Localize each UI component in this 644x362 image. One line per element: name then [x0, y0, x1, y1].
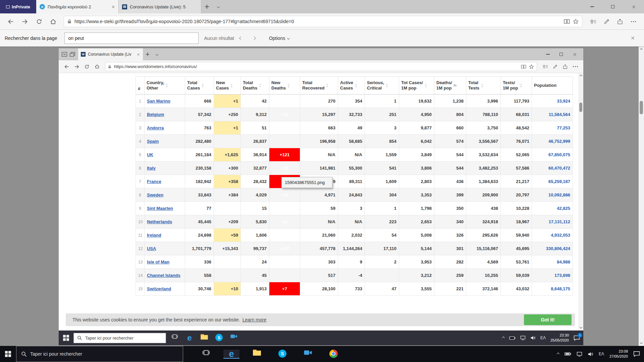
cell: +15,343 — [214, 242, 241, 255]
action-center-button[interactable] — [633, 351, 640, 357]
column-header-total-recovered[interactable]: TotalRecovered — [300, 77, 338, 95]
country-link[interactable]: Netherlands — [147, 219, 172, 224]
home-button[interactable] — [47, 15, 59, 27]
scroll-up-button[interactable] — [640, 47, 642, 52]
share-button[interactable] — [614, 15, 626, 27]
scroll-down-button[interactable] — [580, 324, 582, 330]
volume-icon — [530, 336, 536, 340]
url-text[interactable]: https://www.e-steki.gr/threads/Πανδημία-… — [74, 19, 561, 24]
country-link[interactable]: Ireland — [147, 233, 161, 238]
file-explorer-button[interactable] — [249, 350, 265, 356]
cell: N/A — [338, 148, 365, 162]
population-cell[interactable]: 46,752,999 — [532, 135, 573, 148]
country-link[interactable]: USA — [147, 246, 156, 251]
population-cell[interactable]: 173,698 — [532, 269, 573, 282]
tab-close-icon[interactable] — [112, 5, 115, 8]
find-close-button[interactable] — [626, 32, 639, 44]
cell: 1,798 — [399, 202, 434, 215]
country-link[interactable]: Switzerland — [147, 286, 171, 291]
column-header-active-cases[interactable]: ActiveCases — [338, 77, 365, 95]
tab-list-button[interactable] — [213, 0, 224, 13]
reading-view-button[interactable] — [564, 19, 570, 24]
country-link[interactable]: Sint Maarten — [147, 206, 173, 211]
population-cell[interactable]: 8,648,175 — [532, 282, 573, 296]
column-header-total-cases[interactable]: TotalCases — [185, 77, 214, 95]
country-link[interactable]: Belgium — [147, 112, 164, 117]
learn-more-link[interactable]: Learn more — [243, 317, 267, 322]
country-link[interactable]: Spain — [147, 139, 159, 144]
column-header-new-cases[interactable]: NewCases — [214, 77, 241, 95]
edge-app-button[interactable]: e — [223, 350, 239, 359]
forward-button[interactable] — [19, 15, 31, 27]
find-previous-button[interactable] — [234, 32, 248, 44]
camera-app-button[interactable] — [300, 350, 316, 356]
cell: 666 — [185, 95, 214, 108]
population-cell[interactable]: 65,259,187 — [532, 175, 573, 188]
share-icon — [617, 19, 623, 24]
population-cell[interactable]: 77,253 — [532, 121, 573, 135]
close-button[interactable] — [623, 0, 644, 13]
population-cell[interactable]: 10,092,886 — [532, 188, 573, 202]
country-link[interactable]: Italy — [147, 166, 156, 171]
column-header-total-tests[interactable]: TotalTests — [466, 77, 501, 95]
minimize-button[interactable] — [582, 0, 602, 13]
column-header-tests-1m-pop[interactable]: Tests/1M pop — [501, 77, 532, 95]
clock[interactable]: 23:08 27/05/2020 — [609, 349, 628, 359]
language-indicator[interactable]: ΕΛ — [599, 352, 604, 356]
country-link[interactable]: Andorra — [147, 125, 164, 130]
population-cell[interactable]: 33,924 — [532, 95, 573, 108]
new-tab-button[interactable] — [201, 0, 213, 13]
tray-expand-icon[interactable] — [557, 353, 559, 355]
page-scrollbar[interactable] — [639, 47, 644, 346]
country-link[interactable]: Channel Islands — [147, 273, 180, 278]
column-header-country-other[interactable]: Country,Other — [145, 77, 185, 95]
hub-button[interactable] — [587, 15, 599, 27]
column-header-total-deaths[interactable]: TotalDeaths — [241, 77, 269, 95]
population-cell[interactable]: 17,131,112 — [532, 215, 573, 229]
tab-coronavirus-update[interactable]: W Coronavirus Update (Live): 5 — [119, 0, 201, 13]
tab-e-steki[interactable]: e Πανδημία κορονοϊού 2 — [36, 0, 119, 13]
address-bar[interactable]: https://www.e-steki.gr/threads/Πανδημία-… — [64, 16, 582, 27]
column-header-serious-critical[interactable]: Serious,Critical — [365, 77, 399, 95]
population-cell[interactable]: 67,850,075 — [532, 148, 573, 162]
scroll-down-button[interactable] — [640, 340, 642, 345]
column-header-#[interactable]: # — [136, 77, 145, 95]
skype-button[interactable]: S — [274, 350, 290, 358]
maximize-button[interactable] — [602, 0, 623, 13]
task-view-button[interactable] — [198, 350, 214, 356]
got-it-button[interactable]: Got it! — [524, 314, 572, 325]
column-header-population[interactable]: Population — [532, 77, 573, 95]
population-cell[interactable]: 84,988 — [532, 255, 573, 269]
country-link[interactable]: France — [147, 179, 161, 184]
find-options-button[interactable]: Options — [266, 34, 292, 43]
find-input[interactable] — [64, 33, 199, 44]
annotate-button[interactable] — [600, 15, 612, 27]
settings-more-button[interactable] — [627, 15, 639, 27]
scroll-up-button[interactable] — [580, 73, 582, 79]
column-header-tot-cases-1m-pop[interactable]: Tot Cases/1M pop — [399, 77, 434, 95]
inner-scrollbar[interactable] — [578, 73, 583, 330]
scrollbar-thumb[interactable] — [640, 101, 643, 114]
attachment-screenshot[interactable]: W Coronavirus Update (Liv — [59, 48, 583, 345]
scrollbar-thumb[interactable] — [579, 103, 582, 112]
country-link[interactable]: Sweden — [147, 192, 163, 197]
cell: 54 — [365, 229, 399, 242]
refresh-button[interactable] — [33, 15, 45, 27]
column-header-deaths-1m-pop[interactable]: Deaths/1M pop — [434, 77, 466, 95]
country-link[interactable]: Isle of Man — [147, 259, 169, 264]
cell: 47 — [365, 282, 399, 296]
back-button[interactable] — [5, 15, 17, 27]
population-cell[interactable]: 42,825 — [532, 202, 573, 215]
population-cell[interactable]: 60,470,472 — [532, 162, 573, 175]
find-next-button[interactable] — [248, 32, 261, 44]
column-header-new-deaths[interactable]: NewDeaths — [269, 77, 300, 95]
population-cell[interactable]: 330,806,424 — [532, 242, 573, 255]
population-cell[interactable]: 4,932,053 — [532, 229, 573, 242]
taskbar-search-box[interactable]: Taper ici pour rechercher — [16, 346, 183, 362]
country-link[interactable]: San Marino — [147, 99, 170, 104]
chrome-button[interactable] — [325, 350, 341, 358]
population-cell[interactable]: 11,584,564 — [532, 108, 573, 121]
add-favorite-button[interactable] — [573, 19, 579, 24]
start-button[interactable] — [0, 346, 16, 362]
country-link[interactable]: UK — [147, 152, 153, 157]
